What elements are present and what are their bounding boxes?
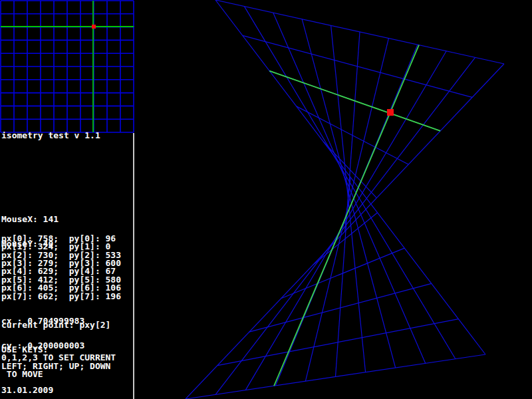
figure-current-ruling-line bbox=[274, 45, 419, 386]
minimap-cursor-dot bbox=[92, 25, 96, 29]
point-list: px[0]: 758; py[0]: 96px[1]: 324; py[1]: … bbox=[1, 235, 121, 301]
figure-transverse-lines bbox=[186, 0, 504, 399]
credits-date: 31.01.2009 bbox=[1, 386, 84, 394]
minimap-grid bbox=[1, 1, 134, 132]
app-screen: isometry test v 1.1 MouseX: 141 MouseY: … bbox=[0, 0, 532, 399]
credits: 31.01.2009 Zheleznov Andrey Ivanovich bbox=[1, 370, 84, 399]
app-title: isometry test v 1.1 bbox=[1, 132, 100, 140]
minimap[interactable] bbox=[1, 1, 134, 132]
isometry-figure bbox=[186, 0, 504, 399]
point-coords-line: px[7]: 662; py[7]: 196 bbox=[1, 293, 121, 301]
figure-current-point-marker bbox=[387, 109, 394, 116]
figure-ruling-lines bbox=[186, 0, 504, 399]
figure-current-transverse-line bbox=[269, 71, 440, 131]
current-point-label: current point: pxy[2] bbox=[1, 321, 116, 329]
